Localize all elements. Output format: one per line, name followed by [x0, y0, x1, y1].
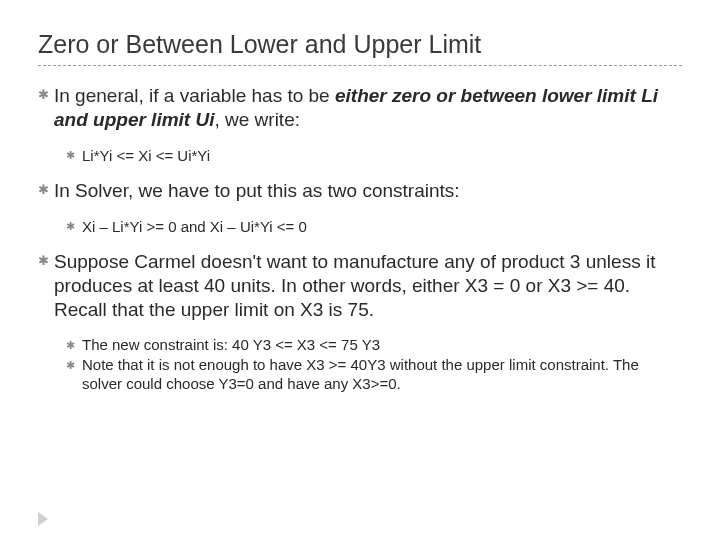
bullet-icon: ✱	[38, 87, 48, 132]
bullet-2-text: In Solver, we have to put this as two co…	[54, 179, 682, 203]
bullet-icon: ✱	[66, 148, 76, 166]
bullet-3-sub2: ✱ Note that it is not enough to have X3 …	[66, 356, 682, 394]
title-underline	[38, 65, 682, 66]
triangle-icon	[38, 512, 48, 526]
bullet-1-text: In general, if a variable has to be eith…	[54, 84, 682, 132]
bullet-2-sub-text: Xi – Li*Yi >= 0 and Xi – Ui*Yi <= 0	[82, 217, 682, 237]
bullet-icon: ✱	[66, 358, 76, 394]
bullet-icon: ✱	[38, 182, 48, 203]
bullet-3-sub1-text: The new constraint is: 40 Y3 <= X3 <= 75…	[82, 336, 682, 355]
bullet-2: ✱ In Solver, we have to put this as two …	[38, 179, 682, 203]
bullet-1: ✱ In general, if a variable has to be ei…	[38, 84, 682, 132]
bullet-1-sub-text: Li*Yi <= Xi <= Ui*Yi	[82, 146, 682, 166]
bullet-2-sub: ✱ Xi – Li*Yi >= 0 and Xi – Ui*Yi <= 0	[66, 217, 682, 237]
bullet-icon: ✱	[66, 219, 76, 237]
bullet-3: ✱ Suppose Carmel doesn't want to manufac…	[38, 250, 682, 321]
bullet-1-pre: In general, if a variable has to be	[54, 85, 335, 106]
bullet-3-sub1: ✱ The new constraint is: 40 Y3 <= X3 <= …	[66, 336, 682, 355]
bullet-icon: ✱	[66, 338, 76, 355]
bullet-1-sub: ✱ Li*Yi <= Xi <= Ui*Yi	[66, 146, 682, 166]
bullet-icon: ✱	[38, 253, 48, 321]
bullet-3-sub2-text: Note that it is not enough to have X3 >=…	[82, 356, 682, 394]
bullet-1-post: , we write:	[214, 109, 300, 130]
bullet-3-text: Suppose Carmel doesn't want to manufactu…	[54, 250, 682, 321]
slide-title: Zero or Between Lower and Upper Limit	[38, 30, 682, 59]
